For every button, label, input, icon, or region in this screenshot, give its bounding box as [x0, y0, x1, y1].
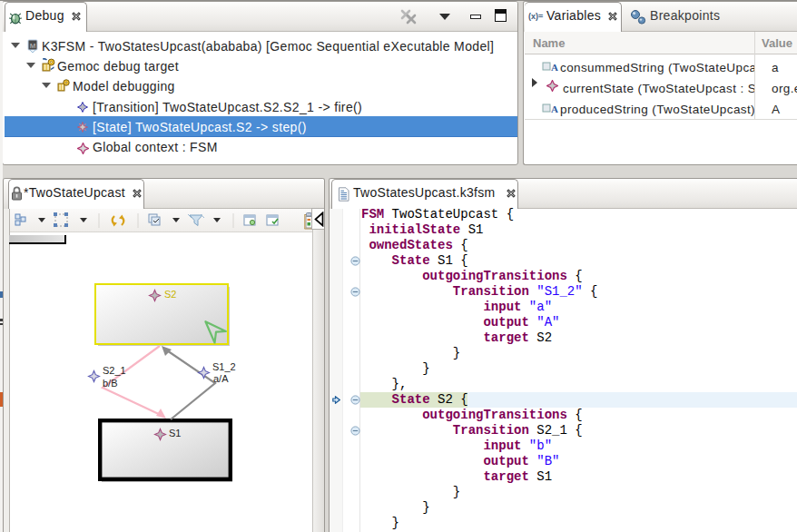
svg-text:A: A [551, 103, 558, 113]
svg-text:A: A [551, 62, 558, 72]
svg-text:M: M [30, 42, 36, 50]
